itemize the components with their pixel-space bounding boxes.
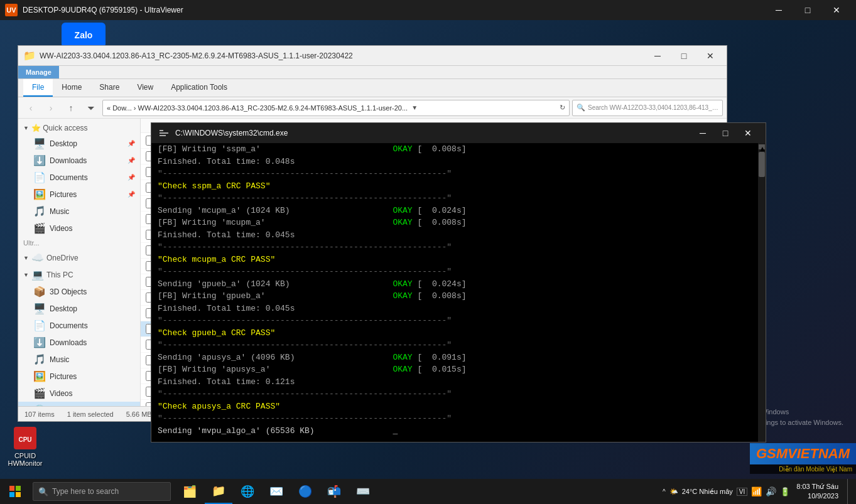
sidebar-item-downloads[interactable]: ⬇️ Downloads 📌 — [18, 152, 140, 169]
zalo-icon[interactable]: Zalo — [62, 23, 106, 48]
cmd-output-line: "---------------------------------------… — [158, 412, 752, 425]
nav-back[interactable]: ‹ — [22, 99, 40, 117]
search-box[interactable]: 🔍 Search WW-A12ZO3-33,0404.1203,86-413_R… — [572, 100, 723, 116]
ultraviewer-close[interactable]: ✕ — [822, 0, 851, 20]
start-button[interactable] — [0, 479, 30, 504]
sidebar-item-videos2[interactable]: 🎬 Videos — [18, 385, 140, 402]
taskbar-item-cmd[interactable]: ⌨️ — [349, 479, 377, 504]
cmd-output-line: [FB] Writing 'mcupm_a' OKAY [ 0.008s] — [158, 217, 752, 229]
nav-recent[interactable]: ⏷ — [82, 99, 100, 117]
sidebar-pictures2-label: Pictures — [50, 372, 135, 381]
taskbar-search[interactable]: 🔍 Type here to search — [33, 482, 171, 501]
taskbar-item-explorer[interactable]: 📁 — [205, 479, 232, 504]
sidebar-group-thispc[interactable]: ▼ 💻 This PC — [18, 266, 140, 283]
ribbon-manage-tab[interactable]: Manage — [18, 66, 59, 78]
explorer-icon: 📁 — [212, 484, 225, 498]
svg-rect-3 — [160, 135, 166, 136]
documents2-icon: 📄 — [33, 319, 46, 331]
sidebar-item-documents[interactable]: 📄 Documents 📌 — [18, 169, 140, 186]
gsm-logo: GSMVIETNAM — [750, 443, 856, 464]
nav-forward[interactable]: › — [42, 99, 60, 117]
sidebar-documents2-label: Documents — [50, 321, 135, 330]
sidebar-item-desktop[interactable]: 🖥️ Desktop 📌 — [18, 135, 140, 152]
lang-indicator[interactable]: VI — [737, 488, 747, 496]
ribbon-tab-home[interactable]: Home — [53, 79, 90, 97]
cmd-taskbar-icon: ⌨️ — [356, 485, 370, 498]
sidebar-item-videos[interactable]: 🎬 Videos — [18, 220, 140, 237]
sidebar-group-quick-access[interactable]: ▼ ⭐ Quick access — [18, 121, 140, 135]
clock[interactable]: 8:03 Thứ Sáu 10/9/2023 — [793, 482, 842, 501]
fe-maximize[interactable]: □ — [673, 47, 695, 65]
pin-icon: 📌 — [127, 140, 135, 147]
cpuid-icon-img: CPU — [13, 426, 38, 451]
downloads-icon: ⬇️ — [33, 154, 46, 166]
size-status: 5.66 MB — [126, 410, 152, 418]
onedrive-icon: ☁️ — [31, 252, 44, 264]
system-tray: ^ 🌤️ 24°C Nhiều mây VI 📶 🔊 🔋 — [663, 486, 790, 496]
sidebar-item-pictures2[interactable]: 🖼️ Pictures — [18, 368, 140, 385]
svg-rect-9 — [16, 492, 21, 497]
taskbar-item-chrome[interactable]: 🔵 — [291, 479, 319, 504]
address-bar[interactable]: « Dow... › WW-AI2203-33.0404.1203.86-A13… — [102, 100, 570, 116]
ribbon: Manage File Home Share View Application … — [18, 66, 727, 97]
chevron-tray[interactable]: ^ — [663, 488, 666, 495]
ultraviewer-minimize[interactable]: ─ — [764, 0, 793, 20]
sidebar-desktop2-label: Desktop — [50, 304, 135, 313]
battery-icon: 🔋 — [780, 487, 790, 496]
sidebar-documents-label: Documents — [50, 173, 124, 182]
svg-rect-7 — [16, 486, 21, 491]
cmd-output-line: Sending 'mvpu_algo_a' (65536 KB) _ — [158, 425, 752, 437]
sidebar-item-music[interactable]: 🎵 Music — [18, 203, 140, 220]
pictures-icon: 🖼️ — [33, 188, 46, 200]
ribbon-tab-share[interactable]: Share — [90, 79, 128, 97]
sidebar-item-3dobjects[interactable]: 📦 3D Objects — [18, 283, 140, 300]
weather-icon: 🌤️ — [669, 488, 678, 496]
cmd-scrollbar[interactable]: ▲ — [758, 143, 766, 442]
thispc-label: This PC — [46, 271, 73, 279]
sidebar-videos-label: Videos — [50, 224, 135, 233]
weather-text: 24°C Nhiều mây — [682, 488, 733, 496]
ribbon-tab-file[interactable]: File — [23, 79, 53, 97]
taskbar-center: 🗂️ 📁 🌐 ✉️ 🔵 📬 ⌨️ — [171, 479, 658, 504]
cmd-maximize[interactable]: □ — [714, 124, 737, 142]
volume-icon[interactable]: 🔊 — [766, 486, 776, 496]
sidebar-item-documents2[interactable]: 📄 Documents — [18, 317, 140, 334]
taskbar-item-mail[interactable]: ✉️ — [263, 479, 290, 504]
edge-icon: 🌐 — [241, 485, 254, 498]
address-refresh[interactable]: ↻ — [560, 104, 565, 112]
sidebar-item-localdisk[interactable]: 💿 Local Disk (C:) — [18, 402, 140, 406]
cpuid-desktop-icon[interactable]: CPU CPUIDHWMonitor — [3, 423, 47, 469]
show-desktop[interactable] — [847, 479, 851, 504]
sidebar-item-music2[interactable]: 🎵 Music — [18, 351, 140, 368]
cmd-output-line: "Check apusys_a CRC PASS" — [158, 400, 752, 413]
sidebar-item-desktop2[interactable]: 🖥️ Desktop — [18, 300, 140, 317]
nav-up[interactable]: ↑ — [62, 99, 80, 117]
cmd-controls: ─ □ ✕ — [691, 124, 759, 142]
network-tray-icon[interactable]: 📶 — [751, 486, 762, 496]
sidebar-item-pictures[interactable]: 🖼️ Pictures 📌 — [18, 186, 140, 203]
search-icon: 🔍 — [577, 104, 585, 112]
fe-minimize[interactable]: ─ — [646, 47, 669, 65]
cmd-minimize[interactable]: ─ — [691, 124, 714, 142]
cmd-output-line: Finished. Total time: 0.121s — [158, 376, 752, 389]
fe-close[interactable]: ✕ — [699, 47, 722, 65]
ultraviewer-maximize[interactable]: □ — [793, 0, 822, 20]
scrollbar-thumb[interactable] — [759, 152, 765, 177]
ribbon-tab-application[interactable]: Application Tools — [162, 79, 236, 97]
address-dropdown[interactable]: ▼ — [411, 104, 418, 111]
taskbar-item-telegram[interactable]: 📬 — [320, 479, 348, 504]
gsm-subtext: Diễn đàn Mobile Việt Nam — [750, 464, 856, 474]
ultraviewer-window: UV DESKTOP-9UUDR4Q (67959195) - UltraVie… — [0, 0, 856, 20]
sidebar-music2-label: Music — [50, 355, 135, 364]
cmd-close[interactable]: ✕ — [737, 124, 759, 142]
ribbon-tab-view[interactable]: View — [128, 79, 162, 97]
taskbar-item-view[interactable]: 🗂️ — [176, 479, 203, 504]
music2-icon: 🎵 — [33, 353, 46, 365]
desktop: UV DESKTOP-9UUDR4Q (67959195) - UltraVie… — [0, 0, 856, 504]
scroll-up[interactable]: ▲ — [759, 144, 765, 149]
taskbar-item-edge[interactable]: 🌐 — [234, 479, 261, 504]
cmd-output-line: [FB] Writing 'apusys_a' OKAY [ 0.015s] — [158, 363, 752, 376]
sidebar-item-downloads2[interactable]: ⬇️ Downloads — [18, 334, 140, 351]
pictures2-icon: 🖼️ — [33, 370, 46, 382]
sidebar-group-onedrive[interactable]: ▼ ☁️ OneDrive — [18, 249, 140, 266]
